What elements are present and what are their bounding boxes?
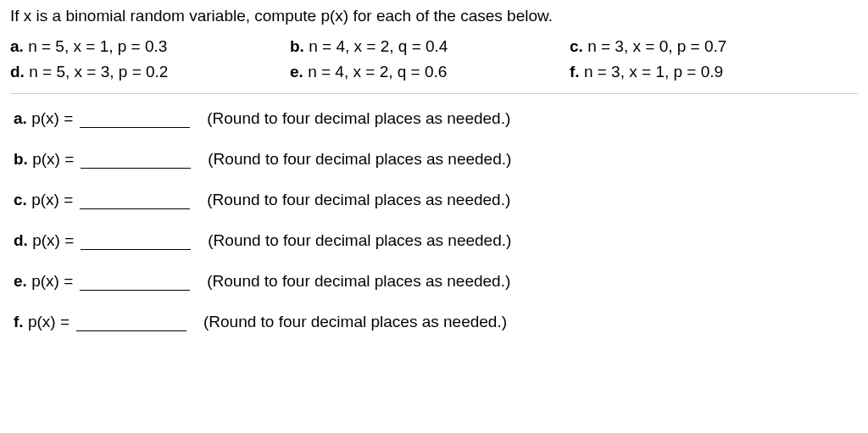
case-f-text: n = 3, x = 1, p = 0.9 (584, 63, 723, 80)
case-e-text: n = 4, x = 2, q = 0.6 (308, 63, 447, 80)
case-a: a. n = 5, x = 1, p = 0.3 (10, 37, 290, 56)
cases-grid: a. n = 5, x = 1, p = 0.3 b. n = 4, x = 2… (10, 37, 858, 81)
case-b: b. n = 4, x = 2, q = 0.4 (290, 37, 570, 56)
answer-d-label: d. p(x) = (14, 231, 74, 250)
answer-e-input[interactable] (80, 273, 190, 291)
case-f: f. n = 3, x = 1, p = 0.9 (570, 63, 849, 81)
answer-f-letter: f. (14, 313, 24, 330)
case-c: c. n = 3, x = 0, p = 0.7 (570, 37, 849, 56)
case-f-letter: f. (570, 63, 580, 80)
answer-f-hint: (Round to four decimal places as needed.… (203, 313, 507, 331)
answer-a-px: p(x) = (31, 109, 73, 127)
case-e-letter: e. (290, 63, 303, 80)
answer-c-letter: c. (14, 191, 27, 208)
case-a-text: n = 5, x = 1, p = 0.3 (28, 37, 167, 55)
case-d: d. n = 5, x = 3, p = 0.2 (10, 63, 290, 81)
answer-row-a: a. p(x) = (Round to four decimal places … (14, 109, 858, 128)
answer-e-label: e. p(x) = (14, 272, 73, 291)
answer-f-px: p(x) = (28, 313, 70, 330)
answer-c-hint: (Round to four decimal places as needed.… (207, 191, 510, 209)
answer-a-input[interactable] (80, 110, 190, 128)
case-d-letter: d. (10, 63, 25, 80)
answer-d-hint: (Round to four decimal places as needed.… (208, 231, 511, 250)
answer-f-label: f. p(x) = (14, 313, 70, 331)
answer-b-px: p(x) = (32, 150, 74, 168)
case-d-text: n = 5, x = 3, p = 0.2 (29, 63, 168, 80)
answer-b-letter: b. (14, 150, 28, 168)
case-e: e. n = 4, x = 2, q = 0.6 (290, 63, 570, 81)
divider (10, 93, 858, 94)
case-b-text: n = 4, x = 2, q = 0.4 (309, 37, 448, 55)
answer-row-f: f. p(x) = (Round to four decimal places … (14, 313, 858, 331)
answer-row-e: e. p(x) = (Round to four decimal places … (14, 272, 858, 291)
answer-row-c: c. p(x) = (Round to four decimal places … (14, 191, 858, 209)
answer-f-input[interactable] (76, 314, 186, 331)
answer-d-input[interactable] (81, 232, 191, 250)
answer-d-px: p(x) = (32, 231, 74, 249)
answer-e-letter: e. (14, 272, 27, 290)
answer-row-b: b. p(x) = (Round to four decimal places … (14, 150, 858, 169)
answer-a-label: a. p(x) = (14, 109, 73, 128)
answer-e-hint: (Round to four decimal places as needed.… (207, 272, 510, 291)
answer-e-px: p(x) = (31, 272, 73, 290)
answer-c-px: p(x) = (31, 191, 73, 208)
answers-list: a. p(x) = (Round to four decimal places … (10, 109, 858, 331)
answer-b-label: b. p(x) = (14, 150, 74, 169)
answer-b-hint: (Round to four decimal places as needed.… (208, 150, 511, 169)
case-b-letter: b. (290, 37, 304, 55)
case-a-letter: a. (10, 37, 24, 55)
answer-row-d: d. p(x) = (Round to four decimal places … (14, 231, 858, 250)
case-c-text: n = 3, x = 0, p = 0.7 (587, 37, 726, 55)
answer-c-label: c. p(x) = (14, 191, 73, 209)
answer-d-letter: d. (14, 231, 28, 249)
case-c-letter: c. (570, 37, 583, 55)
answer-c-input[interactable] (80, 192, 190, 209)
answer-a-letter: a. (14, 109, 27, 127)
answer-a-hint: (Round to four decimal places as needed.… (207, 109, 510, 128)
answer-b-input[interactable] (81, 151, 191, 169)
problem-intro: If x is a binomial random variable, comp… (10, 7, 858, 25)
